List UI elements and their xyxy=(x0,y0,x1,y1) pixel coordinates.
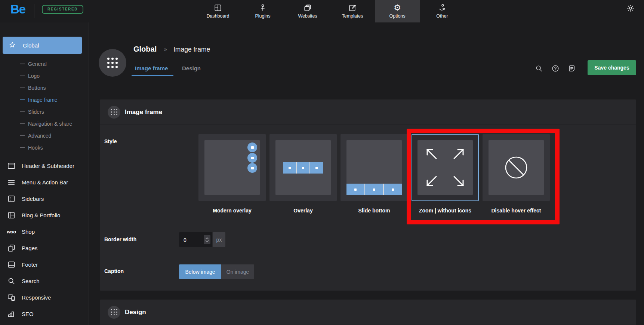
sidebar-item-image-frame[interactable]: Image frame xyxy=(0,94,89,106)
sidebar-item-pages[interactable]: Pages xyxy=(0,240,89,256)
sidebar-subnav: General Logo Buttons Image frame Sliders… xyxy=(0,58,89,154)
dash-icon xyxy=(20,111,25,112)
nav-label: Templates xyxy=(342,13,363,19)
nav-item-options[interactable]: ⚙ Options xyxy=(375,0,420,22)
sidebar-item-hooks[interactable]: Hooks xyxy=(0,142,89,154)
panel-title: Design xyxy=(125,309,146,316)
panel-grid-icon xyxy=(108,306,120,319)
sidebar-item-seo[interactable]: SEO xyxy=(0,306,89,322)
nav-item-templates[interactable]: Templates xyxy=(330,0,375,22)
seo-icon xyxy=(7,310,16,318)
active-tab-underline xyxy=(132,75,173,76)
thumbnail-preview xyxy=(204,140,260,195)
section-label: Menu & Action Bar xyxy=(22,179,68,186)
caption-label: Caption xyxy=(104,268,124,274)
nav-label: Options xyxy=(389,13,405,19)
style-option-overlay[interactable]: Overlay xyxy=(269,134,337,214)
nav-item-dashboard[interactable]: Dashboard xyxy=(195,0,240,22)
section-label: Blog & Portfolio xyxy=(22,212,60,218)
section-label: Pages xyxy=(22,245,38,251)
breadcrumb-parent[interactable]: Global xyxy=(133,45,157,53)
woocommerce-icon: woo xyxy=(7,229,16,234)
sidebar-item-general[interactable]: General xyxy=(0,58,89,70)
caption-option-below-image[interactable]: Below image xyxy=(179,264,221,279)
style-options: Modern overlay Overlay xyxy=(198,134,550,214)
sun-icon[interactable] xyxy=(626,4,635,14)
style-option-label: Slide bottom xyxy=(341,208,408,214)
dash-icon xyxy=(20,147,25,148)
nav-item-other[interactable]: Other xyxy=(420,0,465,22)
design-panel: Design xyxy=(100,300,636,325)
nav-label: Other xyxy=(436,13,448,19)
panel-header[interactable]: Image frame xyxy=(100,99,636,125)
sidebar-item-sliders[interactable]: Sliders xyxy=(0,106,89,118)
caption-option-on-image[interactable]: On image xyxy=(221,264,254,279)
sidebar-item-sidebars[interactable]: Sidebars xyxy=(0,190,89,207)
section-avatar xyxy=(99,49,126,77)
help-icon[interactable] xyxy=(551,64,560,74)
overlay-dot-icon xyxy=(247,153,257,163)
dash-icon xyxy=(20,88,25,88)
grid-dots-icon xyxy=(107,58,118,68)
dash-icon xyxy=(20,76,25,76)
sidebar-item-shop[interactable]: woo Shop xyxy=(0,223,89,240)
notes-icon[interactable] xyxy=(568,64,576,74)
top-nav: Dashboard Plugins Websites Templates xyxy=(195,0,465,22)
menu-icon xyxy=(7,178,16,187)
sidebar-item-buttons[interactable]: Buttons xyxy=(0,82,89,94)
thumbnail-preview xyxy=(346,140,402,195)
options-gear-icon: ⚙ xyxy=(394,4,401,12)
responsive-icon xyxy=(7,293,16,302)
sub-item-label: Logo xyxy=(28,73,40,79)
sidebar-item-footer[interactable]: Footer xyxy=(0,256,89,273)
nav-label: Websites xyxy=(298,13,317,19)
breadcrumb-current: Image frame xyxy=(173,46,210,53)
betheme-logo[interactable]: Be xyxy=(10,2,25,16)
dash-icon xyxy=(20,99,25,100)
style-option-label: Modern overlay xyxy=(198,208,266,214)
section-label: Header & Subheader xyxy=(22,163,74,169)
save-changes-button[interactable]: Save changes xyxy=(588,60,636,75)
stepper-icon[interactable] xyxy=(204,235,210,244)
panel-header[interactable]: Design xyxy=(100,300,636,325)
border-width-label: Border width xyxy=(104,236,136,242)
sidebar-item-blog-portfolio[interactable]: Blog & Portfolio xyxy=(0,207,89,223)
sidebar-item-global[interactable]: Global xyxy=(3,37,82,54)
thumbnail-preview xyxy=(489,140,544,195)
templates-icon xyxy=(348,4,357,12)
nav-item-websites[interactable]: Websites xyxy=(285,0,330,22)
tab-image-frame[interactable]: Image frame xyxy=(135,65,168,71)
sidebar-item-responsive[interactable]: Responsive xyxy=(0,289,89,306)
border-width-field xyxy=(179,232,212,247)
style-option-modern-overlay[interactable]: Modern overlay xyxy=(198,134,266,214)
style-option-zoom-without-icons[interactable]: Zoom | without icons xyxy=(412,134,479,214)
sidebar-item-navigation-share[interactable]: Navigation & share xyxy=(0,118,89,130)
pages-icon xyxy=(7,244,16,252)
overlay-dot-icon xyxy=(247,142,257,152)
style-option-label: Zoom | without icons xyxy=(412,208,479,214)
style-thumbnail-selected xyxy=(412,134,479,201)
search-icon xyxy=(7,277,16,285)
sidebar-item-header-subheader[interactable]: Header & Subheader xyxy=(0,157,89,174)
style-row-label: Style xyxy=(104,138,117,144)
overlay-dot-icon xyxy=(247,163,257,173)
border-width-input[interactable] xyxy=(179,232,207,248)
style-option-disable-hover[interactable]: Disable hover effect xyxy=(483,134,550,214)
search-icon[interactable] xyxy=(535,64,543,74)
dash-icon xyxy=(20,123,25,124)
header-icon xyxy=(7,162,16,170)
style-thumbnail xyxy=(198,134,266,201)
section-label: Sidebars xyxy=(22,196,44,202)
sub-item-label: General xyxy=(28,61,47,67)
sidebar-item-search[interactable]: Search xyxy=(0,273,89,289)
tab-design[interactable]: Design xyxy=(182,65,201,71)
sidebar-item-menu-action-bar[interactable]: Menu & Action Bar xyxy=(0,174,89,190)
style-option-slide-bottom[interactable]: Slide bottom xyxy=(341,134,408,214)
nav-item-plugins[interactable]: Plugins xyxy=(240,0,285,22)
sidebar-item-advanced[interactable]: Advanced xyxy=(0,130,89,142)
sidebar-item-logo[interactable]: Logo xyxy=(0,70,89,82)
zoom-arrows-icon xyxy=(417,140,473,195)
nav-label: Dashboard xyxy=(206,13,229,19)
section-label: Shop xyxy=(22,229,35,235)
breadcrumb-separator: » xyxy=(164,46,167,53)
